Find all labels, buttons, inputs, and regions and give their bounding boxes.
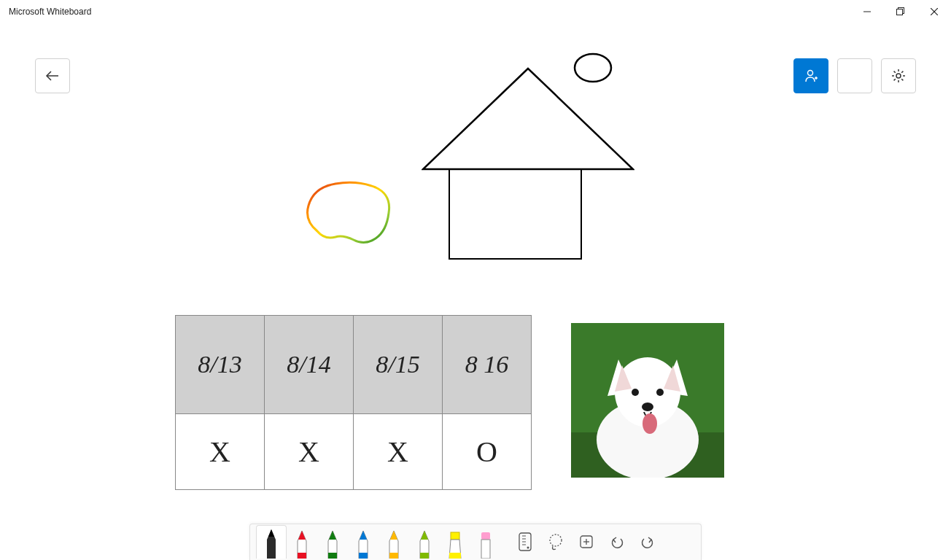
- svg-rect-53: [481, 540, 490, 559]
- pen-icon: [325, 529, 340, 559]
- pen-icon: [356, 529, 370, 559]
- drawn-triangle: [422, 67, 634, 171]
- svg-marker-44: [390, 531, 397, 540]
- tool-pen-red[interactable]: [287, 525, 317, 559]
- pen-icon: [295, 529, 309, 559]
- svg-point-28: [632, 389, 639, 396]
- table-cell[interactable]: O: [443, 414, 532, 490]
- svg-point-60: [550, 534, 562, 546]
- table-cell[interactable]: X: [354, 414, 443, 490]
- title-bar: Microsoft Whiteboard: [0, 0, 951, 23]
- tool-highlighter[interactable]: [440, 525, 470, 559]
- table-cell[interactable]: X: [265, 414, 354, 490]
- pen-toolbar: [249, 524, 702, 560]
- tool-pen-blue[interactable]: [348, 525, 379, 559]
- svg-rect-42: [359, 553, 368, 559]
- whiteboard-canvas[interactable]: 8/13 8/14 8/15 8 16 X X X O: [0, 23, 951, 560]
- svg-marker-19: [423, 69, 633, 169]
- svg-rect-52: [481, 532, 490, 540]
- tool-pen-black[interactable]: [256, 525, 287, 559]
- svg-marker-38: [329, 531, 336, 540]
- table-header-row: 8/13 8/14 8/15 8 16: [176, 316, 532, 414]
- tool-pen-lightgreen[interactable]: [409, 525, 440, 559]
- svg-rect-49: [451, 532, 459, 540]
- dog-image-icon: [571, 323, 724, 478]
- svg-rect-2: [897, 9, 903, 15]
- close-button[interactable]: [917, 0, 951, 23]
- table-header-cell[interactable]: 8/13: [176, 316, 265, 414]
- drawn-rectangle: [449, 168, 582, 260]
- table-header-cell[interactable]: 8/14: [265, 316, 354, 414]
- rainbow-scribble: [303, 180, 397, 253]
- svg-point-29: [656, 389, 664, 396]
- tool-pen-green[interactable]: [317, 525, 348, 559]
- svg-rect-39: [328, 553, 337, 559]
- svg-rect-36: [298, 553, 306, 559]
- svg-rect-51: [449, 553, 461, 559]
- tool-add[interactable]: [571, 525, 602, 559]
- tool-eraser[interactable]: [470, 525, 501, 559]
- svg-rect-48: [420, 553, 429, 559]
- tool-pen-yellow[interactable]: [379, 525, 409, 559]
- svg-marker-33: [268, 529, 274, 537]
- table-header-cell[interactable]: 8 16: [443, 316, 532, 414]
- svg-point-30: [642, 402, 653, 411]
- window-title: Microsoft Whiteboard: [6, 7, 91, 17]
- tool-redo[interactable]: [632, 525, 663, 559]
- svg-point-31: [643, 413, 657, 434]
- add-icon: [579, 534, 594, 549]
- highlighter-icon: [447, 529, 463, 559]
- lasso-icon: [547, 533, 564, 551]
- tool-undo[interactable]: [602, 525, 632, 559]
- svg-point-59: [527, 547, 529, 549]
- svg-rect-45: [389, 553, 398, 559]
- tool-ruler[interactable]: [510, 525, 540, 559]
- undo-icon: [610, 534, 624, 549]
- redo-icon: [640, 534, 655, 549]
- pen-icon: [417, 529, 432, 559]
- table-header-cell[interactable]: 8/15: [354, 316, 443, 414]
- inserted-image[interactable]: [571, 323, 724, 478]
- pen-icon: [387, 529, 401, 559]
- ruler-icon: [517, 532, 533, 552]
- pen-icon: [264, 528, 279, 559]
- eraser-icon: [478, 529, 493, 559]
- date-table[interactable]: 8/13 8/14 8/15 8 16 X X X O: [175, 315, 532, 490]
- svg-marker-41: [360, 531, 367, 540]
- maximize-button[interactable]: [884, 0, 917, 23]
- svg-marker-35: [298, 531, 306, 540]
- table-row: X X X O: [176, 414, 532, 490]
- tool-lasso[interactable]: [540, 525, 571, 559]
- window-controls: [850, 0, 951, 23]
- table-cell[interactable]: X: [176, 414, 265, 490]
- minimize-button[interactable]: [850, 0, 884, 23]
- svg-marker-47: [421, 531, 428, 540]
